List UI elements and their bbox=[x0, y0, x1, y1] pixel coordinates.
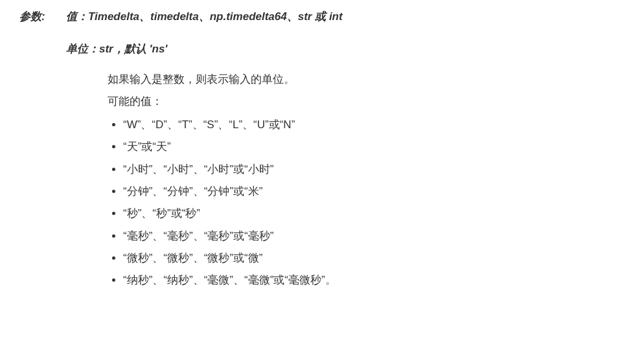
doc-page: 参数: 值：Timedelta、timedelta、np.timedelta64… bbox=[0, 0, 644, 306]
unit-values-list: “W”、“D”、“T”、“S”、“L”、“U”或“N” “天”或“天” “小时”… bbox=[108, 115, 625, 291]
list-item: “微秒”、“微秒”、“微秒”或“微” bbox=[123, 248, 625, 269]
value-signature: 值：Timedelta、timedelta、np.timedelta64、str… bbox=[66, 6, 343, 27]
unit-desc-line: 可能的值： bbox=[108, 91, 625, 112]
unit-desc-line: 如果输入是整数，则表示输入的单位。 bbox=[108, 69, 625, 90]
list-item: “秒”、“秒”或“秒” bbox=[123, 203, 625, 224]
param-label: 参数: bbox=[19, 6, 58, 27]
list-item: “W”、“D”、“T”、“S”、“L”、“U”或“N” bbox=[123, 115, 625, 135]
list-item: “小时”、“小时”、“小时”或“小时” bbox=[123, 159, 625, 180]
list-item: “分钟”、“分钟”、“分钟”或“米” bbox=[123, 181, 625, 202]
list-item: “天”或“天” bbox=[123, 137, 625, 157]
param-unit-row: 单位：str，默认 'ns' bbox=[66, 39, 625, 60]
param-value-row: 参数: 值：Timedelta、timedelta、np.timedelta64… bbox=[19, 6, 625, 27]
list-item: “纳秒”、“纳秒”、“毫微”、“毫微”或“毫微秒”。 bbox=[123, 270, 625, 291]
unit-description-block: 如果输入是整数，则表示输入的单位。 可能的值： “W”、“D”、“T”、“S”、… bbox=[108, 69, 625, 291]
unit-signature: 单位：str，默认 'ns' bbox=[66, 39, 167, 60]
list-item: “毫秒”、“毫秒”、“毫秒”或“毫秒” bbox=[123, 226, 625, 247]
